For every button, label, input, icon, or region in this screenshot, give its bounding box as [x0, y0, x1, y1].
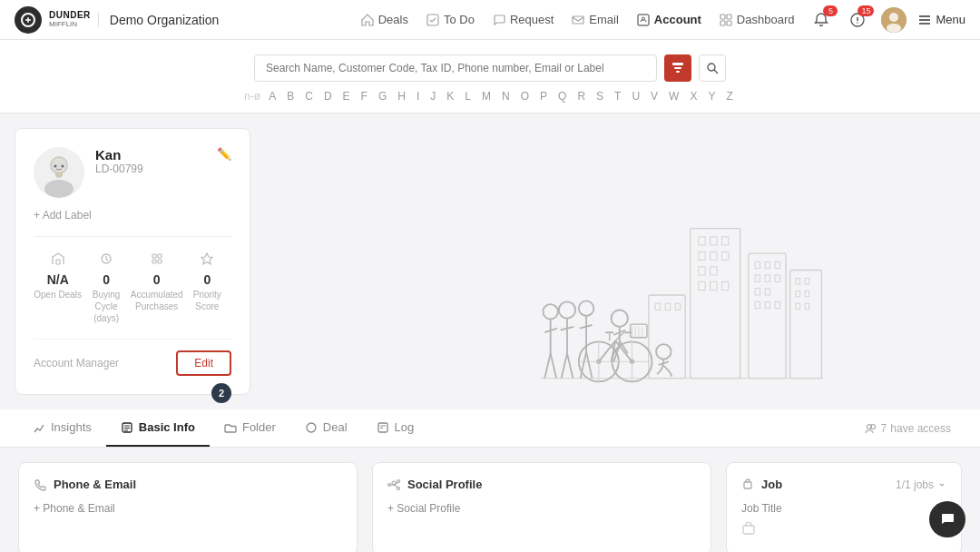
svg-line-104: [561, 353, 566, 378]
svg-rect-68: [655, 303, 660, 310]
alpha-e[interactable]: E: [340, 89, 353, 104]
search-area: n-ø A B C D E F G H I J K L M N O P Q R …: [0, 40, 980, 113]
svg-point-29: [62, 165, 64, 168]
alpha-filter: n-ø A B C D E F G H I J K L M N O P Q R …: [244, 89, 736, 104]
alpha-h[interactable]: H: [395, 89, 408, 104]
alpha-y[interactable]: Y: [705, 89, 718, 104]
svg-rect-43: [699, 267, 705, 275]
profile-section: Kan LD-00799 ✏️ + Add Label N/A Open Dea…: [0, 113, 980, 409]
profile-avatar: [34, 147, 84, 198]
social-title: Social Profile: [407, 478, 482, 491]
phone-email-title: Phone & Email: [54, 478, 136, 491]
alpha-x[interactable]: X: [687, 89, 700, 104]
svg-rect-63: [796, 291, 800, 296]
svg-rect-20: [674, 67, 681, 69]
job-card: Job 1/1 jobs Job Title: [726, 462, 962, 552]
top-nav: DUNDER MIFFLIN Demo Organization Deals T…: [0, 0, 980, 40]
menu-label: Menu: [936, 13, 965, 26]
chat-fab-button[interactable]: [929, 501, 965, 537]
add-label-button[interactable]: + Add Label: [34, 209, 231, 222]
tab-deal[interactable]: Deal: [290, 409, 362, 447]
alpha-o[interactable]: O: [518, 89, 532, 104]
svg-rect-21: [676, 71, 680, 73]
alpha-w[interactable]: W: [666, 89, 681, 104]
nav-email[interactable]: Email: [572, 13, 619, 26]
alpha-n[interactable]: N: [499, 89, 513, 104]
alpha-l[interactable]: L: [462, 89, 474, 104]
tab-basic-info[interactable]: Basic Info: [106, 409, 210, 447]
svg-point-96: [543, 304, 557, 319]
alpha-f[interactable]: F: [358, 89, 370, 104]
svg-point-117: [307, 423, 316, 432]
svg-point-14: [889, 13, 898, 22]
edit-button[interactable]: Edit: [176, 350, 231, 376]
alpha-z[interactable]: Z: [723, 89, 735, 104]
svg-rect-40: [699, 251, 705, 260]
alpha-j[interactable]: J: [427, 89, 438, 104]
alpha-v[interactable]: V: [648, 89, 661, 104]
svg-rect-34: [158, 260, 162, 263]
avatar[interactable]: [881, 7, 906, 33]
svg-rect-37: [699, 237, 705, 245]
svg-rect-66: [805, 303, 809, 309]
svg-point-26: [44, 180, 74, 198]
nav-request[interactable]: Request: [493, 13, 554, 26]
search-button[interactable]: [699, 54, 726, 82]
tab-folder[interactable]: Folder: [210, 409, 290, 447]
search-input[interactable]: [254, 54, 657, 82]
nav-deals[interactable]: Deals: [361, 13, 408, 26]
job-field-icon: [741, 522, 946, 539]
add-social-button[interactable]: + Social Profile: [387, 502, 696, 515]
alpha-b[interactable]: B: [284, 89, 297, 104]
alpha-a[interactable]: A: [266, 89, 279, 104]
nav-todo[interactable]: To Do: [426, 13, 475, 26]
notif-badge: 15: [858, 5, 874, 16]
alpha-p[interactable]: P: [537, 89, 550, 104]
svg-point-111: [656, 344, 671, 359]
step-badge: 2: [211, 383, 231, 403]
svg-rect-47: [721, 281, 728, 290]
stat-open-deals: N/A Open Deals: [34, 251, 82, 324]
open-deals-icon: [34, 251, 82, 269]
alpha-c[interactable]: C: [302, 89, 316, 104]
tab-log[interactable]: Log: [362, 409, 429, 447]
filter-button[interactable]: [664, 54, 691, 82]
nav-account[interactable]: Account: [637, 13, 701, 26]
alpha-t[interactable]: T: [612, 89, 623, 104]
alpha-k[interactable]: K: [444, 89, 456, 104]
alpha-s[interactable]: S: [593, 89, 606, 104]
nav-dashboard[interactable]: Dashboard: [720, 13, 795, 26]
alpha-q[interactable]: Q: [555, 89, 569, 104]
svg-marker-35: [201, 253, 212, 264]
alpha-r[interactable]: R: [574, 89, 588, 104]
svg-rect-31: [152, 254, 156, 258]
svg-point-28: [54, 165, 57, 168]
alpha-m[interactable]: M: [479, 89, 494, 104]
job-title-label: Job Title: [741, 502, 946, 515]
phone-email-card: Phone & Email + Phone & Email: [18, 462, 358, 552]
svg-rect-53: [765, 275, 769, 281]
alpha-d[interactable]: D: [321, 89, 335, 104]
alpha-g[interactable]: G: [376, 89, 389, 104]
svg-rect-65: [796, 303, 800, 309]
tab-insights[interactable]: Insights: [18, 409, 106, 447]
open-deals-value: N/A: [34, 272, 82, 287]
profile-name: Kan: [95, 147, 206, 163]
stat-accumulated: 0 AccumulatedPurchases: [131, 251, 183, 324]
job-title-header: Job: [741, 478, 782, 491]
svg-rect-59: [775, 301, 779, 308]
alpha-i[interactable]: I: [414, 89, 422, 104]
alpha-u[interactable]: U: [629, 89, 642, 104]
svg-rect-10: [727, 21, 731, 25]
tabs-section: Insights Basic Info Folder Deal Log 7: [0, 409, 980, 448]
tab-log-label: Log: [395, 420, 415, 434]
notif-button[interactable]: 15: [845, 7, 870, 33]
edit-name-icon[interactable]: ✏️: [217, 147, 231, 161]
add-phone-email-button[interactable]: + Phone & Email: [34, 502, 342, 515]
menu-button[interactable]: Menu: [917, 13, 965, 27]
add-phone-email-label: + Phone & Email: [34, 502, 115, 515]
bell-button[interactable]: 5: [808, 7, 834, 33]
main-layout: n-ø A B C D E F G H I J K L M N O P Q R …: [0, 40, 980, 552]
social-header: Social Profile: [387, 478, 696, 491]
buying-cycle-label: Buying Cycle(days): [82, 289, 130, 324]
